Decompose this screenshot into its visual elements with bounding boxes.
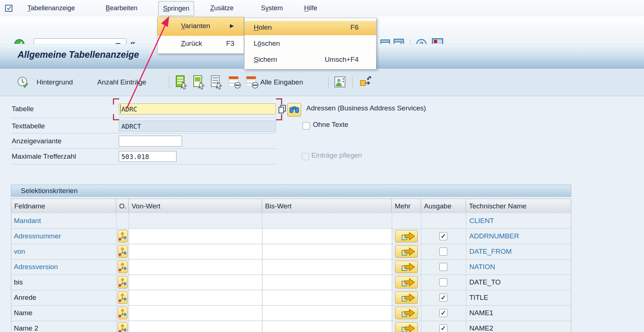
alle-eingaben-button[interactable]: Alle Eingaben xyxy=(260,69,303,96)
tabelle-label: Tabelle xyxy=(12,103,34,114)
selection-option-button[interactable] xyxy=(118,276,128,288)
output-checkbox[interactable]: ✓ xyxy=(439,232,447,240)
bis-wert-input[interactable] xyxy=(263,229,391,244)
von-wert-input[interactable] xyxy=(129,275,262,290)
multiple-selection-button[interactable] xyxy=(395,291,418,304)
tabelle-input[interactable]: ADRC xyxy=(119,103,276,114)
von-wert-input[interactable] xyxy=(129,244,262,259)
system-menu-icon[interactable] xyxy=(5,4,14,14)
fieldname-adressnummer[interactable]: Adressnummer xyxy=(14,229,61,244)
bis-wert-input[interactable] xyxy=(263,260,391,274)
value-help-button[interactable] xyxy=(287,103,301,117)
menu-item-varianten[interactable]: Varianten ▶ xyxy=(158,17,244,36)
fieldname-name2[interactable]: Name 2 xyxy=(14,321,38,332)
techname-nation: NATION xyxy=(469,259,495,275)
select-block-icon[interactable] xyxy=(193,75,207,90)
annotation-bracket-tl xyxy=(113,98,119,105)
fieldname-adressversion[interactable]: Adressversion xyxy=(14,259,58,275)
multiple-selection-button[interactable] xyxy=(395,276,418,288)
menu-item-sichern[interactable]: Sichern Umsch+F4 xyxy=(245,53,376,67)
bis-wert-input[interactable] xyxy=(263,321,391,332)
von-wert-input[interactable] xyxy=(129,321,262,332)
grid-line xyxy=(392,213,392,332)
von-wert-input[interactable] xyxy=(129,229,262,244)
col-option: O. xyxy=(116,199,129,213)
form-separator xyxy=(11,164,277,165)
execute-icon[interactable] xyxy=(17,76,29,90)
bis-wert-input[interactable] xyxy=(263,290,391,305)
multiple-selection-button[interactable] xyxy=(395,245,418,258)
output-checkbox[interactable] xyxy=(439,248,447,256)
menu-tabellenanzeige[interactable]: Tabellenanzeige xyxy=(27,0,75,16)
shortcut-f3: F3 xyxy=(212,39,234,48)
select-all-icon[interactable] xyxy=(175,75,189,90)
menu-system[interactable]: System xyxy=(261,0,283,16)
ohne-texte-checkbox[interactable] xyxy=(303,122,310,129)
multiple-selection-button[interactable] xyxy=(395,261,418,273)
von-wert-input[interactable] xyxy=(129,306,262,320)
fieldname-anrede[interactable]: Anrede xyxy=(14,290,36,305)
menu-bearbeiten[interactable]: Bearbeiten xyxy=(106,0,137,16)
fieldname-mandant[interactable]: Mandant xyxy=(14,213,41,229)
grid-line xyxy=(466,213,466,332)
techname-date-to: DATE_TO xyxy=(469,275,501,290)
page-title: Allgemeine Tabellenanzeige xyxy=(18,49,139,60)
fieldname-name[interactable]: Name xyxy=(14,305,33,321)
menu-zusaetze[interactable]: Zusätze xyxy=(210,0,234,16)
selection-option-button[interactable] xyxy=(118,261,128,273)
selection-option-button[interactable] xyxy=(118,245,128,258)
deselect-all-icon[interactable] xyxy=(211,75,224,90)
multiple-selection-button[interactable] xyxy=(395,230,418,242)
menu-springen[interactable]: Springen xyxy=(158,1,194,16)
apptoolbar-divider xyxy=(328,76,329,88)
selection-option-button[interactable] xyxy=(118,307,128,319)
texttabelle-label: Texttabelle xyxy=(12,121,45,132)
hintergrund-button[interactable]: Hintergrund xyxy=(37,69,73,96)
bis-wert-input[interactable] xyxy=(263,244,391,259)
output-checkbox[interactable] xyxy=(439,263,447,271)
fieldname-von[interactable]: von xyxy=(14,244,25,259)
springen-menu-panel: Varianten ▶ Zurück F3 xyxy=(157,17,244,54)
selection-option-button[interactable] xyxy=(118,230,128,242)
col-technischer-name: Technischer Name xyxy=(466,199,571,213)
delete-all-inputs-icon[interactable] xyxy=(246,75,260,90)
table-description: Adressen (Business Address Services) xyxy=(306,104,426,112)
fieldname-bis[interactable]: bis xyxy=(14,275,23,290)
user-settings-icon[interactable] xyxy=(334,76,346,90)
menu-hilfe[interactable]: Hilfe xyxy=(304,0,317,16)
von-wert-input[interactable] xyxy=(129,260,262,274)
menu-bar: Tabellenanzeige Bearbeiten Springen Zusä… xyxy=(0,0,644,17)
von-wert-input[interactable] xyxy=(129,290,262,305)
grid-line xyxy=(421,213,421,332)
output-checkbox[interactable]: ✓ xyxy=(439,294,447,302)
delete-selection-icon[interactable] xyxy=(228,75,242,90)
multiple-selection-button[interactable] xyxy=(395,307,418,319)
menu-item-loeschen[interactable]: Löschen xyxy=(245,37,376,51)
grid-line xyxy=(571,213,571,332)
output-checkbox[interactable]: ✓ xyxy=(439,309,447,317)
output-checkbox[interactable] xyxy=(439,278,447,286)
application-toolbar: Hintergrund Anzahl Einträge Alle Eingabe… xyxy=(0,69,644,96)
group-title: Selektionskriterien xyxy=(21,185,77,196)
submenu-arrow-icon: ▶ xyxy=(230,23,234,29)
ohne-texte-label: Ohne Texte xyxy=(313,121,348,129)
bis-wert-input[interactable] xyxy=(263,275,391,290)
menu-item-zurueck[interactable]: Zurück F3 xyxy=(158,36,244,53)
techname-addrnumber: ADDRNUMBER xyxy=(469,229,519,244)
multiple-selection-button[interactable] xyxy=(395,322,418,332)
output-checkbox[interactable]: ✓ xyxy=(439,324,447,332)
annotation-bracket-tr xyxy=(276,98,282,105)
choose-fields-icon[interactable] xyxy=(359,76,372,90)
max-trefferzahl-input[interactable]: 503.018 xyxy=(119,151,177,162)
shortcut-f6: F6 xyxy=(337,23,359,31)
col-von-wert: Von-Wert xyxy=(129,199,262,213)
bis-wert-input[interactable] xyxy=(263,306,391,320)
menu-item-holen[interactable]: Holen F6 xyxy=(245,21,376,35)
col-feldname: Feldname xyxy=(11,199,116,213)
selection-option-button[interactable] xyxy=(118,322,128,332)
eintraege-pflegen-label: Einträge pflegen xyxy=(311,151,362,159)
selection-option-button[interactable] xyxy=(118,291,128,304)
grid-line xyxy=(129,213,129,332)
anzahl-eintraege-button[interactable]: Anzahl Einträge xyxy=(97,69,146,96)
anzeigevariante-input[interactable] xyxy=(119,136,182,147)
